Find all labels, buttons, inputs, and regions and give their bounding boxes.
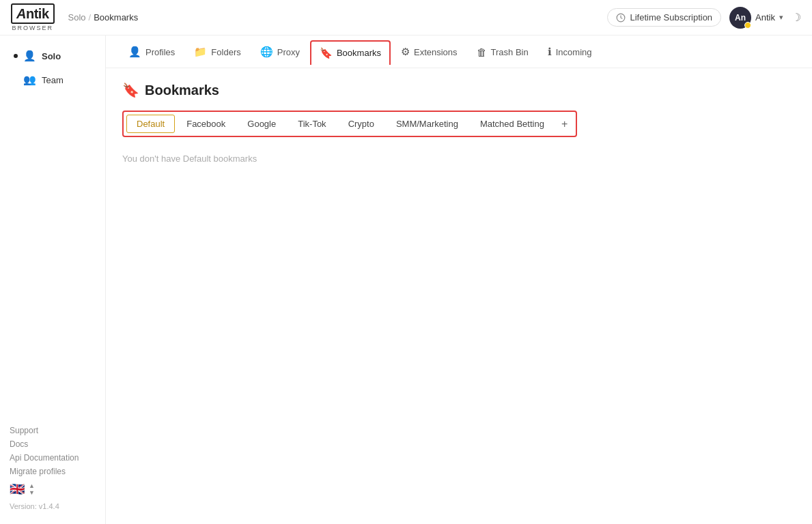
add-bookmark-tab-button[interactable]: + (556, 115, 573, 133)
language-selector[interactable]: 🇬🇧 ▲ ▼ (10, 482, 96, 497)
theme-toggle-icon[interactable]: ☽ (792, 11, 801, 24)
topbar-left: Antik BROWSER Solo / Bookmarks (11, 3, 138, 31)
support-link[interactable]: Support (10, 426, 96, 435)
breadcrumb-sep: / (89, 12, 92, 23)
sidebar-item-team[interactable]: 👥 Team (4, 68, 101, 91)
bookmarks-icon: 🔖 (320, 47, 333, 59)
main-layout: 👤 Solo 👥 Team Support Docs Api Documenta… (0, 35, 812, 524)
bm-tab-google[interactable]: Google (237, 115, 286, 133)
tab-folders-label: Folders (211, 47, 240, 57)
profiles-icon: 👤 (128, 46, 141, 58)
logo[interactable]: Antik BROWSER (11, 3, 55, 31)
lang-arrows-icon: ▲ ▼ (29, 483, 35, 496)
tab-incoming[interactable]: ℹ Incoming (539, 40, 601, 63)
page-title: 🔖 Bookmarks (122, 82, 796, 98)
avatar-badge (744, 22, 751, 29)
tab-proxy-label: Proxy (277, 47, 300, 57)
tab-profiles-label: Profiles (145, 47, 175, 57)
subscription-button[interactable]: Lifetime Subscription (607, 8, 721, 27)
sidebar-icon-team: 👥 (23, 74, 36, 86)
active-dot-icon (14, 54, 18, 58)
empty-message: You don't have Default bookmarks (122, 154, 796, 164)
breadcrumb-bookmarks: Bookmarks (94, 12, 138, 23)
tab-folders[interactable]: 📁 Folders (185, 40, 249, 63)
sidebar-icon-solo: 👤 (23, 50, 36, 62)
sidebar-item-solo[interactable]: 👤 Solo (4, 44, 101, 68)
sidebar-label-solo: Solo (42, 51, 61, 61)
user-name: Antik (755, 12, 775, 23)
tab-extensions[interactable]: ⚙ Extensions (392, 40, 466, 63)
tab-proxy[interactable]: 🌐 Proxy (251, 40, 309, 63)
folders-icon: 📁 (194, 46, 207, 58)
incoming-icon: ℹ (548, 46, 552, 58)
topbar-right: Lifetime Subscription An Antik ▾ ☽ (607, 7, 801, 29)
migrate-link[interactable]: Migrate profiles (10, 467, 96, 476)
proxy-icon: 🌐 (260, 46, 273, 58)
tab-incoming-label: Incoming (556, 47, 592, 57)
sidebar: 👤 Solo 👥 Team Support Docs Api Documenta… (0, 35, 106, 524)
logo-text: Antik (11, 3, 55, 24)
bookmark-tabs-container: Default Facebook Google Tik-Tok Crypto S… (122, 111, 577, 137)
bm-tab-matched[interactable]: Matched Betting (470, 115, 555, 133)
api-docs-link[interactable]: Api Documentation (10, 453, 96, 463)
subscription-label: Lifetime Subscription (630, 12, 712, 23)
version-label: Version: v1.4.4 (10, 502, 96, 510)
breadcrumb: Solo / Bookmarks (68, 12, 139, 23)
docs-link[interactable]: Docs (10, 439, 96, 449)
nav-tabs: 👤 Profiles 📁 Folders 🌐 Proxy 🔖 Bookmarks… (106, 35, 812, 68)
tab-trash[interactable]: 🗑 Trash Bin (468, 40, 537, 63)
tab-bookmarks-label: Bookmarks (337, 48, 381, 58)
tab-profiles[interactable]: 👤 Profiles (120, 40, 184, 63)
flag-icon: 🇬🇧 (10, 482, 25, 497)
logo-sub: BROWSER (11, 25, 55, 31)
tab-trash-label: Trash Bin (491, 47, 529, 57)
bm-tab-facebook[interactable]: Facebook (176, 115, 236, 133)
page-bookmark-icon: 🔖 (122, 82, 139, 98)
sidebar-bottom: Support Docs Api Documentation Migrate p… (0, 420, 105, 516)
bm-tab-crypto[interactable]: Crypto (338, 115, 384, 133)
bm-tab-default[interactable]: Default (126, 115, 175, 133)
page-title-label: Bookmarks (145, 83, 219, 98)
tab-extensions-label: Extensions (414, 47, 458, 57)
user-menu-button[interactable]: An Antik ▾ (729, 7, 783, 29)
bm-tab-smm[interactable]: SMM/Marketing (386, 115, 468, 133)
content-area: 👤 Profiles 📁 Folders 🌐 Proxy 🔖 Bookmarks… (106, 35, 812, 524)
breadcrumb-solo[interactable]: Solo (68, 12, 86, 23)
clock-icon (616, 13, 626, 23)
sidebar-nav: 👤 Solo 👥 Team (0, 44, 105, 92)
topbar: Antik BROWSER Solo / Bookmarks Lifetime … (0, 0, 812, 35)
tab-bookmarks[interactable]: 🔖 Bookmarks (310, 40, 391, 65)
trash-icon: 🗑 (477, 46, 487, 58)
sidebar-label-team: Team (42, 75, 64, 85)
bm-tab-tiktok[interactable]: Tik-Tok (288, 115, 336, 133)
extensions-icon: ⚙ (401, 46, 410, 58)
avatar: An (729, 7, 751, 29)
page-content: 🔖 Bookmarks Default Facebook Google Tik-… (106, 68, 812, 524)
chevron-down-icon: ▾ (779, 13, 783, 22)
